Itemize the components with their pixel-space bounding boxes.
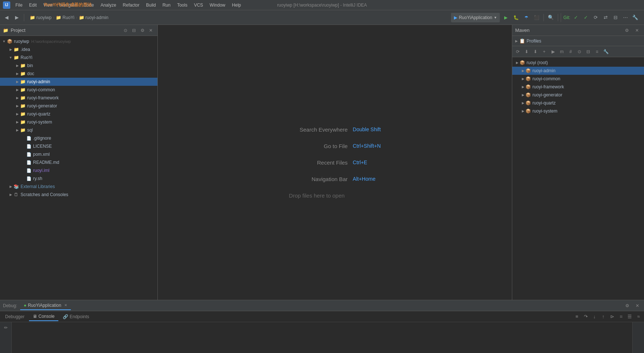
recent-shortcut[interactable]: Ctrl+E	[353, 159, 367, 165]
sidebar-settings-btn[interactable]: ⚙	[139, 27, 146, 34]
coverage-button[interactable]: ☂	[522, 13, 531, 22]
git-history-btn[interactable]: ⊟	[611, 13, 620, 22]
goto-shortcut[interactable]: Ctrl+Shift+N	[353, 143, 381, 149]
breadcrumb-ruoyi[interactable]: 📁 RuoYi	[56, 15, 74, 20]
debug-side-btn-1[interactable]: ✏	[2, 324, 10, 332]
maven-item-framework[interactable]: ▶ 📦 ruoyi-framework	[512, 83, 644, 91]
bottom-settings-btn[interactable]: ⚙	[623, 302, 631, 309]
tab-debugger[interactable]: Debugger	[1, 313, 28, 321]
sidebar-tools: ⊙ ⊟ ⚙ ✕	[122, 27, 154, 34]
menu-analyze[interactable]: Analyze	[98, 2, 119, 8]
git-pull-btn[interactable]: ⟳	[591, 13, 600, 22]
maven-settings-btn[interactable]: ⚙	[623, 26, 631, 34]
maven-lines-btn[interactable]: ≡	[593, 48, 601, 56]
tree-item-ext-libs[interactable]: ▶ 📚 External Libraries	[0, 183, 157, 191]
tree-item-sql[interactable]: ▶ 📁 sql	[0, 126, 157, 134]
maven-run-btn[interactable]: ▶	[549, 48, 557, 56]
maven-item-root[interactable]: ▶ 📦 ruoyi (root)	[512, 59, 644, 67]
search-shortcut[interactable]: Double Shift	[353, 126, 381, 132]
menu-file[interactable]: File	[12, 2, 25, 8]
menu-tools[interactable]: Tools	[174, 2, 190, 8]
maven-item-common[interactable]: ▶ 📦 ruoyi-common	[512, 75, 644, 83]
tree-item-idea[interactable]: ▶ 📁 .idea	[0, 45, 157, 54]
stop-button[interactable]: ⬛	[532, 13, 541, 22]
git-branch-btn[interactable]: ⇄	[601, 13, 610, 22]
menu-edit[interactable]: Edit	[26, 2, 40, 8]
tree-item-ruoyi-system[interactable]: ▶ 📁 ruoyi-system	[0, 118, 157, 126]
maven-add-btn[interactable]: +	[540, 48, 548, 56]
debug-step-over-btn[interactable]: ↷	[582, 313, 590, 321]
maven-wrench-btn[interactable]: 🔧	[602, 48, 610, 56]
breadcrumb-root[interactable]: 📁 ruoyiwp	[30, 15, 51, 20]
tree-item-pom[interactable]: ▶ 📄 pom.xml	[0, 150, 157, 158]
maven-item-system[interactable]: ▶ 📦 ruoyi-system	[512, 107, 644, 115]
search-button[interactable]: 🔍	[546, 13, 555, 22]
tab-endpoints[interactable]: 🔗 Endpoints	[59, 313, 93, 321]
git-more-btn[interactable]: ⋯	[621, 13, 630, 22]
git-check-btn[interactable]: ✓	[571, 13, 580, 22]
run-button[interactable]: ▶	[501, 13, 510, 22]
tab-console[interactable]: 🖥 Console	[29, 312, 58, 321]
git-wrench-btn[interactable]: 🔧	[631, 13, 640, 22]
sidebar-sync-btn[interactable]: ⊙	[122, 27, 129, 34]
menu-run[interactable]: Run	[160, 2, 174, 8]
tree-item-iml[interactable]: ▶ 📄 ruoyi.iml	[0, 166, 157, 174]
tree-item-ruoyi[interactable]: ▼ 📁 RuoYi	[0, 54, 157, 62]
maven-close-btn[interactable]: ✕	[633, 26, 641, 34]
sidebar-close-btn[interactable]: ✕	[147, 27, 154, 34]
git-push-btn[interactable]: ✓	[581, 13, 590, 22]
tree-item-ruoyi-admin[interactable]: ▶ 📁 ruoyi-admin	[0, 78, 157, 86]
app-tab[interactable]: ● RuoYiApplication ✕	[20, 301, 71, 310]
tree-item-sh[interactable]: ▶ 📄 ry.sh	[0, 174, 157, 183]
tree-item-readme[interactable]: ▶ 📄 README.md	[0, 158, 157, 166]
forward-button[interactable]: ▶	[12, 13, 21, 22]
debug-button[interactable]: 🐛	[512, 13, 520, 22]
debug-frames-btn[interactable]: ☰	[626, 313, 634, 321]
tree-item-ruoyi-framework[interactable]: ▶ 📁 ruoyi-framework	[0, 94, 157, 102]
tree-item-bin[interactable]: ▶ 📁 bin	[0, 62, 157, 70]
tree-item-doc[interactable]: ▶ 📁 doc	[0, 70, 157, 78]
menu-refactor[interactable]: Refactor	[120, 2, 142, 8]
breadcrumb-label[interactable]: ruoyiwp	[36, 15, 51, 20]
maven-item-admin[interactable]: ▶ 📦 ruoyi-admin	[512, 67, 644, 75]
sidebar-collapse-btn[interactable]: ⊟	[130, 27, 138, 34]
bottom-close-btn[interactable]: ✕	[634, 302, 641, 309]
menu-build[interactable]: Build	[143, 2, 159, 8]
maven-lifecycle-btn[interactable]: #	[567, 48, 575, 56]
menu-help[interactable]: Help	[229, 2, 244, 8]
tree-item-ruoyi-common[interactable]: ▶ 📁 ruoyi-common	[0, 86, 157, 94]
debug-step-into-btn[interactable]: ↓	[590, 313, 598, 321]
debug-vars-btn[interactable]: ≈	[634, 313, 643, 321]
maven-download-btn[interactable]: ⬇	[523, 48, 531, 56]
maven-admin-label: ruoyi-admin	[532, 68, 556, 73]
debug-step-out-btn[interactable]: ↑	[599, 313, 607, 321]
maven-item-generator[interactable]: ▶ 📦 ruoyi-generator	[512, 91, 644, 99]
maven-refresh-btn[interactable]: ⟳	[514, 48, 522, 56]
breadcrumb-label-2[interactable]: RuoYi	[62, 15, 74, 20]
maven-dep-btn[interactable]: ⊟	[584, 48, 592, 56]
debug-resume-btn[interactable]: ≡	[573, 313, 581, 321]
tree-item-license[interactable]: ▶ 📄 LICENSE	[0, 142, 157, 150]
system-label: ruoyi-system	[27, 119, 52, 125]
breadcrumb-admin[interactable]: 📁 ruoyi-admin	[79, 15, 109, 20]
nav-shortcut[interactable]: Alt+Home	[353, 176, 375, 182]
tree-item-scratches[interactable]: ▶ 🗒 Scratches and Consoles	[0, 191, 157, 199]
debug-run-cursor-btn[interactable]: ⊳	[608, 313, 616, 321]
quartz-icon: 📁	[20, 111, 26, 117]
breadcrumb-label-3[interactable]: ruoyi-admin	[85, 15, 109, 20]
menu-window[interactable]: Window	[207, 2, 228, 8]
tree-item-ruoyi-generator[interactable]: ▶ 📁 ruoyi-generator	[0, 102, 157, 110]
maven-circle-btn[interactable]: ⊙	[575, 48, 583, 56]
maven-m-btn[interactable]: m	[558, 48, 566, 56]
maven-item-quartz[interactable]: ▶ 📦 ruoyi-quartz	[512, 99, 644, 107]
tree-item-gitignore[interactable]: ▶ 📄 .gitignore	[0, 134, 157, 142]
maven-profiles-row[interactable]: ▶ 📋 Profiles	[512, 36, 644, 46]
menu-vcs[interactable]: VCS	[191, 2, 206, 8]
run-config-selector[interactable]: ▶ RuoYiApplication ▼	[451, 13, 500, 22]
back-button[interactable]: ◀	[2, 13, 11, 22]
app-tab-close[interactable]: ✕	[64, 303, 67, 307]
tree-item-root[interactable]: ▼ 📦 ruoyiwp H:\workspace\ruoyiwp	[0, 37, 157, 45]
tree-item-ruoyi-quartz[interactable]: ▶ 📁 ruoyi-quartz	[0, 110, 157, 118]
maven-download2-btn[interactable]: ⬇	[531, 48, 539, 56]
debug-eval-btn[interactable]: ⌗	[617, 313, 625, 321]
